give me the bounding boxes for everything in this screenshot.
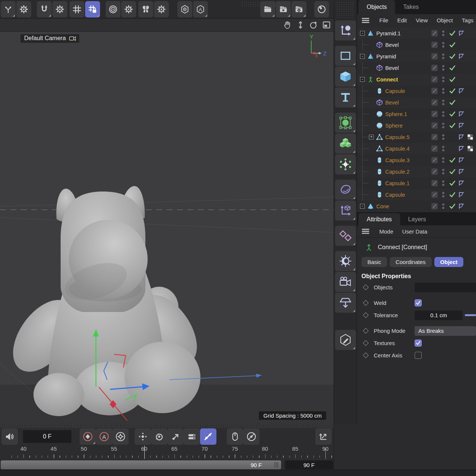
tab-layers[interactable]: Layers bbox=[400, 213, 434, 225]
keyframe-rotation-toggle[interactable] bbox=[151, 428, 167, 445]
expand-toggle[interactable]: - bbox=[360, 77, 365, 82]
menu-item-tags[interactable]: Tags bbox=[462, 17, 474, 23]
tolerance-field[interactable]: 0.1 cm bbox=[415, 311, 463, 320]
layer-badge[interactable] bbox=[430, 65, 439, 71]
phong-tag-icon[interactable] bbox=[457, 191, 466, 198]
visibility-dots[interactable] bbox=[439, 203, 448, 209]
phong-tag-icon[interactable] bbox=[457, 122, 466, 129]
sound-button[interactable] bbox=[1, 428, 18, 445]
menu-item-user-data[interactable]: User Data bbox=[402, 228, 428, 235]
phong-tag-icon[interactable] bbox=[457, 168, 466, 175]
menu-item-mode[interactable]: Mode bbox=[379, 228, 393, 235]
enabled-check[interactable] bbox=[448, 76, 457, 83]
layer-badge[interactable] bbox=[430, 99, 439, 106]
layer-badge[interactable] bbox=[430, 157, 439, 163]
textures-checkbox[interactable] bbox=[415, 340, 422, 347]
objects-field[interactable] bbox=[415, 283, 476, 292]
light-tool[interactable] bbox=[335, 251, 356, 271]
cube-primitive-tool[interactable] bbox=[335, 67, 356, 87]
layer-badge[interactable] bbox=[430, 168, 439, 175]
visibility-dots[interactable] bbox=[439, 123, 448, 128]
visibility-dots[interactable] bbox=[439, 146, 448, 151]
keyframe-pla-toggle[interactable] bbox=[200, 428, 216, 445]
modeling-axis-settings-button[interactable] bbox=[121, 1, 136, 17]
enabled-check[interactable] bbox=[448, 30, 457, 37]
axis-tool-button[interactable] bbox=[1, 1, 16, 17]
edit-material-tool[interactable] bbox=[335, 330, 356, 350]
texture-tag-icon[interactable] bbox=[466, 134, 475, 140]
visibility-dots[interactable] bbox=[439, 192, 448, 197]
spline-rectangle-tool[interactable] bbox=[335, 46, 356, 66]
expand-toggle[interactable]: + bbox=[369, 135, 374, 139]
layer-badge[interactable] bbox=[430, 145, 439, 152]
keyframe-circle-button[interactable] bbox=[243, 428, 260, 445]
enabled-check[interactable] bbox=[448, 110, 457, 118]
camera-tool[interactable] bbox=[335, 272, 356, 292]
layer-badge[interactable] bbox=[430, 180, 439, 186]
expand-toggle[interactable]: - bbox=[360, 31, 365, 36]
enabled-check[interactable] bbox=[448, 203, 457, 210]
keyframe-parameter-toggle[interactable] bbox=[184, 428, 200, 445]
quantize-lock-button[interactable] bbox=[85, 1, 100, 17]
tree-row-pyramid[interactable]: -Pyramid bbox=[357, 51, 476, 62]
enabled-check[interactable] bbox=[448, 191, 457, 198]
render-view-button[interactable] bbox=[260, 1, 275, 17]
enabled-check[interactable] bbox=[448, 53, 457, 60]
enabled-check[interactable] bbox=[448, 180, 457, 187]
panel-menu-icon[interactable] bbox=[361, 16, 370, 25]
visibility-dots[interactable] bbox=[439, 30, 448, 36]
visibility-dots[interactable] bbox=[439, 134, 448, 140]
tree-row-sphere-1[interactable]: Sphere.1 bbox=[357, 108, 476, 120]
keyframe-scale-toggle[interactable] bbox=[167, 428, 184, 445]
deformer-tool[interactable] bbox=[335, 180, 356, 200]
timeline-ruler[interactable]: 4045505560657075808590 bbox=[0, 445, 334, 460]
instance-symmetry-tool[interactable] bbox=[335, 226, 356, 246]
tree-row-bevel[interactable]: Bevel bbox=[357, 97, 476, 108]
camera-label[interactable]: Default Camera bbox=[20, 34, 79, 43]
simulation-tool[interactable] bbox=[335, 154, 356, 174]
visibility-dots[interactable] bbox=[439, 180, 448, 186]
phong-tag-icon[interactable] bbox=[457, 87, 466, 94]
section-tab-object[interactable]: Object bbox=[434, 257, 464, 267]
phong-tag-icon[interactable] bbox=[457, 145, 466, 152]
autokey-button[interactable]: A bbox=[96, 428, 112, 445]
visibility-dots[interactable] bbox=[439, 42, 448, 48]
tree-row-bevel[interactable]: Bevel bbox=[357, 39, 476, 51]
render-sphere-button[interactable] bbox=[314, 1, 329, 17]
layer-badge[interactable] bbox=[430, 42, 439, 48]
expand-toggle[interactable]: - bbox=[360, 54, 365, 59]
tree-row-connect[interactable]: -Connect bbox=[357, 74, 476, 85]
tree-row-capsule[interactable]: Capsule bbox=[357, 189, 476, 200]
pan-view-button[interactable] bbox=[283, 20, 292, 30]
axis-settings-button[interactable] bbox=[16, 1, 31, 17]
visibility-dots[interactable] bbox=[439, 77, 448, 82]
right-leg[interactable] bbox=[125, 342, 200, 413]
tree-row-capsule-1[interactable]: Capsule.1 bbox=[357, 177, 476, 189]
attributes-menu-icon[interactable] bbox=[361, 226, 370, 236]
snap-tool-button[interactable] bbox=[37, 1, 52, 17]
layer-badge[interactable] bbox=[430, 111, 439, 117]
mouse-record-button[interactable] bbox=[227, 428, 243, 445]
range-slider-grip[interactable] bbox=[274, 462, 278, 467]
record-keyframe-button[interactable] bbox=[80, 428, 96, 445]
tree-row-sphere[interactable]: Sphere bbox=[357, 120, 476, 131]
tab-takes[interactable]: Takes bbox=[395, 0, 427, 14]
quantize-button[interactable] bbox=[70, 1, 84, 17]
layer-badge[interactable] bbox=[430, 134, 439, 140]
phong-tag-icon[interactable] bbox=[457, 203, 466, 210]
playhead-marker[interactable] bbox=[144, 446, 145, 459]
left-foot[interactable] bbox=[33, 373, 84, 416]
snap-settings-button[interactable] bbox=[52, 1, 67, 17]
phong-tag-icon[interactable] bbox=[457, 53, 466, 60]
tab-attributes[interactable]: Attributes bbox=[358, 213, 400, 225]
render-settings-button[interactable] bbox=[292, 1, 306, 17]
end-frame-field[interactable]: 90 F bbox=[285, 460, 333, 469]
tree-row-capsule-2[interactable]: Capsule.2 bbox=[357, 166, 476, 177]
orbit-view-button[interactable] bbox=[309, 20, 318, 30]
enabled-check[interactable] bbox=[448, 87, 457, 94]
visibility-dots[interactable] bbox=[439, 100, 448, 105]
fcurve-editor-button[interactable] bbox=[315, 428, 332, 445]
subdivision-surface-tool[interactable] bbox=[335, 113, 356, 133]
viewport-3d[interactable]: Default Camera Y x Z Grid Spacing : 5000… bbox=[0, 32, 334, 424]
menu-item-file[interactable]: File bbox=[379, 17, 388, 23]
